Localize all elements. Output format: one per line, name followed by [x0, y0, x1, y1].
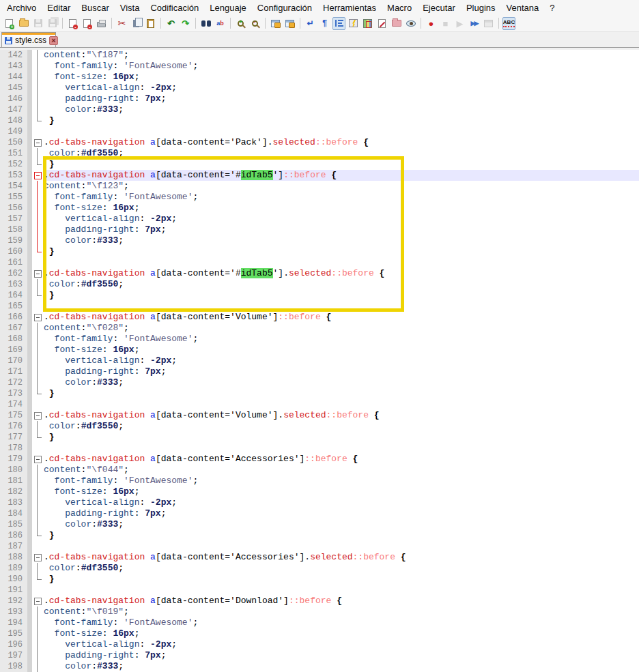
code-line-173[interactable]: 173 }	[0, 388, 639, 399]
folder-as-workspace-icon[interactable]	[390, 17, 403, 30]
replace-icon[interactable]: ab	[214, 17, 227, 30]
code-line-148[interactable]: 148 }	[0, 115, 639, 126]
menu-ventana[interactable]: Ventana	[501, 1, 545, 15]
code-line-163[interactable]: 163 color:#df3550;	[0, 279, 639, 290]
code-line-151[interactable]: 151 color:#df3550;	[0, 148, 639, 159]
menu-archivo[interactable]: Archivo	[1, 1, 42, 15]
code-line-183[interactable]: 183 vertical-align: -2px;	[0, 497, 639, 508]
code-line-149[interactable]: 149	[0, 126, 639, 137]
function-list-icon[interactable]	[375, 17, 388, 30]
fold-collapse-icon[interactable]	[32, 552, 43, 563]
tab-style-css[interactable]: style.css ×	[1, 32, 56, 48]
synchronize-horizontal-icon[interactable]	[283, 17, 296, 30]
code-line-195[interactable]: 195 font-size: 16px;	[0, 628, 639, 639]
code-line-172[interactable]: 172 color:#333;	[0, 377, 639, 388]
print-icon[interactable]	[95, 17, 108, 30]
zoom-in-icon[interactable]: +	[234, 17, 247, 30]
code-line-150[interactable]: 150.cd-tabs-navigation a[data-content='P…	[0, 137, 639, 148]
redo-icon[interactable]: ↷	[179, 17, 192, 30]
show-all-characters-icon[interactable]: ¶	[318, 17, 331, 30]
menu-configuracin[interactable]: Configuración	[252, 1, 317, 15]
code-line-185[interactable]: 185 color:#333;	[0, 519, 639, 530]
menu-vista[interactable]: Vista	[115, 1, 145, 15]
code-line-182[interactable]: 182 font-size: 16px;	[0, 486, 639, 497]
copy-icon[interactable]	[130, 17, 143, 30]
spell-check-icon[interactable]: ABC	[502, 17, 515, 30]
code-line-158[interactable]: 158 padding-right: 7px;	[0, 224, 639, 235]
monitoring-icon[interactable]	[404, 17, 417, 30]
macro-record-icon[interactable]: ●	[425, 17, 438, 30]
close-file-icon[interactable]: -	[66, 17, 79, 30]
code-line-157[interactable]: 157 vertical-align: -2px;	[0, 214, 639, 224]
code-line-191[interactable]: 191	[0, 585, 639, 596]
find-icon[interactable]	[199, 17, 212, 30]
code-line-196[interactable]: 196 vertical-align: -2px;	[0, 639, 639, 650]
code-line-159[interactable]: 159 color:#333;	[0, 235, 639, 246]
undo-icon[interactable]: ↶	[165, 17, 178, 30]
menu-lenguaje[interactable]: Lenguaje	[204, 1, 252, 15]
new-file-icon[interactable]: +	[3, 17, 16, 30]
code-line-156[interactable]: 156 font-size: 16px;	[0, 203, 639, 214]
code-line-152[interactable]: 152 }	[0, 159, 639, 170]
code-line-188[interactable]: 188.cd-tabs-navigation a[data-content='A…	[0, 552, 639, 563]
code-line-192[interactable]: 192.cd-tabs-navigation a[data-content='D…	[0, 596, 639, 607]
macro-save-icon[interactable]	[482, 17, 495, 30]
save-file-icon[interactable]	[31, 17, 44, 30]
menu-buscar[interactable]: Buscar	[76, 1, 114, 15]
code-line-177[interactable]: 177 }	[0, 432, 639, 443]
code-line-193[interactable]: 193content:"\f019";	[0, 607, 639, 617]
code-line-190[interactable]: 190 }	[0, 574, 639, 585]
code-line-147[interactable]: 147 color:#333;	[0, 104, 639, 115]
code-line-186[interactable]: 186 }	[0, 530, 639, 541]
code-line-168[interactable]: 168 font-family: 'FontAwesome';	[0, 334, 639, 345]
code-line-167[interactable]: 167content:"\f028";	[0, 323, 639, 334]
code-line-169[interactable]: 169 font-size: 16px;	[0, 345, 639, 355]
fold-collapse-icon[interactable]	[32, 170, 43, 181]
code-line-154[interactable]: 154content:"\f123";	[0, 181, 639, 192]
synchronize-vertical-icon[interactable]	[269, 17, 282, 30]
define-language-icon[interactable]	[347, 17, 360, 30]
zoom-out-icon[interactable]: -	[248, 17, 261, 30]
menu-plugins[interactable]: Plugins	[461, 1, 501, 15]
code-line-176[interactable]: 176 color:#df3550;	[0, 421, 639, 432]
macro-play-icon[interactable]: ▶	[453, 17, 466, 30]
code-line-160[interactable]: 160 }	[0, 246, 639, 257]
code-line-153[interactable]: 153.cd-tabs-navigation a[data-content='#…	[0, 170, 639, 181]
code-line-142[interactable]: 142content:"\f187";	[0, 50, 639, 61]
menu-ejecutar[interactable]: Ejecutar	[417, 1, 461, 15]
code-line-197[interactable]: 197 padding-right: 7px;	[0, 650, 639, 661]
fold-collapse-icon[interactable]	[32, 268, 43, 279]
code-line-165[interactable]: 165	[0, 301, 639, 312]
open-file-icon[interactable]	[17, 17, 30, 30]
code-line-194[interactable]: 194 font-family: 'FontAwesome';	[0, 617, 639, 628]
menu-?[interactable]: ?	[544, 1, 560, 15]
code-line-143[interactable]: 143 font-family: 'FontAwesome';	[0, 61, 639, 72]
word-wrap-icon[interactable]: ↵	[304, 17, 317, 30]
code-line-175[interactable]: 175.cd-tabs-navigation a[data-content='V…	[0, 410, 639, 421]
code-line-181[interactable]: 181 font-family: 'FontAwesome';	[0, 476, 639, 486]
fold-collapse-icon[interactable]	[32, 410, 43, 421]
close-all-files-icon[interactable]: -	[81, 17, 94, 30]
code-line-189[interactable]: 189 color:#df3550;	[0, 563, 639, 574]
code-line-146[interactable]: 146 padding-right: 7px;	[0, 93, 639, 104]
fold-collapse-icon[interactable]	[32, 137, 43, 148]
fold-collapse-icon[interactable]	[32, 454, 43, 465]
menu-macro[interactable]: Macro	[382, 1, 417, 15]
code-line-166[interactable]: 166.cd-tabs-navigation a[data-content='V…	[0, 312, 639, 323]
code-line-164[interactable]: 164 }	[0, 290, 639, 301]
fold-collapse-icon[interactable]	[32, 596, 43, 607]
code-line-184[interactable]: 184 padding-right: 7px;	[0, 508, 639, 519]
code-line-180[interactable]: 180content:"\f044";	[0, 465, 639, 476]
menu-herramientas[interactable]: Herramientas	[317, 1, 382, 15]
code-line-174[interactable]: 174	[0, 399, 639, 410]
close-tab-icon[interactable]: ×	[49, 36, 58, 45]
code-editor[interactable]: 142content:"\f187";143 font-family: 'Fon…	[0, 50, 639, 672]
code-line-198[interactable]: 198 color:#333;	[0, 661, 639, 672]
show-indent-guide-icon[interactable]	[332, 17, 345, 30]
macro-stop-icon[interactable]: ■	[439, 17, 452, 30]
code-line-155[interactable]: 155 font-family: 'FontAwesome';	[0, 192, 639, 203]
code-line-145[interactable]: 145 vertical-align: -2px;	[0, 83, 639, 93]
code-line-178[interactable]: 178	[0, 443, 639, 454]
code-line-171[interactable]: 171 padding-right: 7px;	[0, 366, 639, 377]
code-line-144[interactable]: 144 font-size: 16px;	[0, 72, 639, 83]
